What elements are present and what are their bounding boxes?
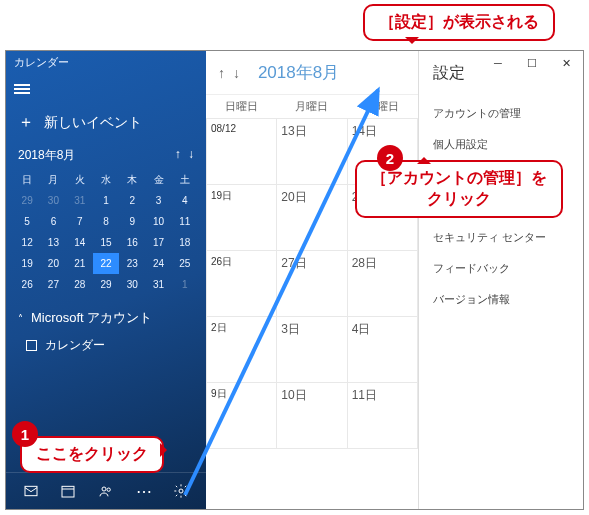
svg-point-4	[179, 489, 183, 493]
prev-period[interactable]: ↑	[218, 65, 225, 81]
settings-item-4[interactable]: セキュリティ センター	[433, 222, 569, 253]
mini-day-cell[interactable]: 20	[40, 253, 66, 274]
main-day-cell[interactable]: 10日	[277, 383, 347, 449]
step-badge-2: 2	[377, 145, 403, 171]
minimize-button[interactable]: ─	[481, 51, 515, 75]
new-event-button[interactable]: ＋ 新しいイベント	[6, 104, 206, 141]
main-day-cell[interactable]: 3日	[277, 317, 347, 383]
mini-day-cell[interactable]: 29	[93, 274, 119, 295]
mini-day-cell[interactable]: 6	[40, 211, 66, 232]
mini-day-cell[interactable]: 8	[93, 211, 119, 232]
svg-point-3	[107, 488, 110, 491]
mini-day-cell[interactable]: 16	[119, 232, 145, 253]
settings-pane: 設定 アカウントの管理個人用設定新機能ヘルプセキュリティ センターフィードバック…	[418, 51, 583, 509]
main-day-cell[interactable]: 11日	[347, 383, 417, 449]
mini-day-cell[interactable]: 27	[40, 274, 66, 295]
mini-next-month[interactable]: ↓	[188, 147, 194, 161]
mini-dow-cell: 金	[145, 170, 171, 190]
settings-item-1[interactable]: 個人用設定	[433, 129, 569, 160]
plus-icon: ＋	[18, 112, 34, 133]
main-day-cell[interactable]: 19日	[207, 185, 277, 251]
mail-icon[interactable]	[21, 481, 41, 501]
mini-day-cell[interactable]: 31	[67, 190, 93, 211]
mini-day-cell[interactable]: 25	[172, 253, 198, 274]
mini-day-cell[interactable]: 22	[93, 253, 119, 274]
mini-dow-cell: 木	[119, 170, 145, 190]
chevron-up-icon: ˄	[18, 313, 23, 324]
main-day-cell[interactable]: 28日	[347, 251, 417, 317]
mini-day-cell[interactable]: 3	[145, 190, 171, 211]
people-icon[interactable]	[96, 481, 116, 501]
main-day-cell[interactable]: 08/12	[207, 119, 277, 185]
mini-prev-month[interactable]: ↑	[175, 147, 181, 161]
mini-dow-cell: 火	[67, 170, 93, 190]
mini-day-cell[interactable]: 26	[14, 274, 40, 295]
mini-day-cell[interactable]: 10	[145, 211, 171, 232]
accounts-label: Microsoft アカウント	[31, 309, 152, 327]
hamburger-icon[interactable]	[14, 82, 30, 94]
mini-day-cell[interactable]: 1	[172, 274, 198, 295]
next-period[interactable]: ↓	[233, 65, 240, 81]
settings-gear-icon[interactable]	[171, 481, 191, 501]
mini-dow-cell: 土	[172, 170, 198, 190]
window-controls: ─ ☐ ✕	[481, 51, 583, 75]
checkbox-icon	[26, 340, 37, 351]
mini-dow-cell: 月	[40, 170, 66, 190]
mini-day-cell[interactable]: 11	[172, 211, 198, 232]
mini-day-cell[interactable]: 30	[40, 190, 66, 211]
main-day-cell[interactable]: 13日	[277, 119, 347, 185]
step-badge-1: 1	[12, 421, 38, 447]
mini-day-cell[interactable]: 19	[14, 253, 40, 274]
main-month-title: 2018年8月	[258, 61, 339, 84]
main-day-cell[interactable]: 20日	[277, 185, 347, 251]
main-calendar: ↑ ↓ 2018年8月 日曜日月曜日火曜日 08/1213日14日19日20日2…	[206, 51, 418, 509]
mini-day-cell[interactable]: 2	[119, 190, 145, 211]
mini-day-cell[interactable]: 23	[119, 253, 145, 274]
mini-day-cell[interactable]: 14	[67, 232, 93, 253]
callout-settings-shown: ［設定］が表示される	[363, 4, 555, 41]
maximize-button[interactable]: ☐	[515, 51, 549, 75]
mini-day-cell[interactable]: 29	[14, 190, 40, 211]
callout-click-here: ここをクリック	[20, 436, 164, 473]
mini-day-cell[interactable]: 4	[172, 190, 198, 211]
main-day-cell[interactable]: 26日	[207, 251, 277, 317]
mini-dow-cell: 日	[14, 170, 40, 190]
svg-rect-1	[62, 486, 74, 497]
main-day-cell[interactable]: 27日	[277, 251, 347, 317]
mini-day-cell[interactable]: 1	[93, 190, 119, 211]
settings-item-6[interactable]: バージョン情報	[433, 284, 569, 315]
mini-day-cell[interactable]: 9	[119, 211, 145, 232]
close-button[interactable]: ✕	[549, 51, 583, 75]
mini-day-cell[interactable]: 15	[93, 232, 119, 253]
app-title: カレンダー	[6, 51, 206, 74]
mini-day-cell[interactable]: 28	[67, 274, 93, 295]
mini-day-cell[interactable]: 31	[145, 274, 171, 295]
mini-day-cell[interactable]: 30	[119, 274, 145, 295]
mini-month-label: 2018年8月	[18, 147, 75, 164]
main-day-cell[interactable]: 9日	[207, 383, 277, 449]
calendar-checkbox-row[interactable]: カレンダー	[6, 333, 206, 358]
more-icon[interactable]: ⋯	[134, 481, 154, 501]
main-dow-cell: 月曜日	[277, 95, 347, 119]
mini-day-cell[interactable]: 17	[145, 232, 171, 253]
new-event-label: 新しいイベント	[44, 114, 142, 132]
calendar-icon[interactable]	[58, 481, 78, 501]
svg-rect-0	[25, 486, 37, 495]
mini-day-cell[interactable]: 18	[172, 232, 198, 253]
calendar-item-label: カレンダー	[45, 337, 105, 354]
mini-day-cell[interactable]: 13	[40, 232, 66, 253]
main-day-cell[interactable]: 2日	[207, 317, 277, 383]
accounts-header[interactable]: ˄ Microsoft アカウント	[6, 303, 206, 333]
settings-item-5[interactable]: フィードバック	[433, 253, 569, 284]
main-dow-cell: 火曜日	[347, 95, 417, 119]
main-dow-cell: 日曜日	[207, 95, 277, 119]
bottom-toolbar: ⋯	[6, 472, 206, 509]
main-day-cell[interactable]: 4日	[347, 317, 417, 383]
mini-day-cell[interactable]: 7	[67, 211, 93, 232]
settings-item-0[interactable]: アカウントの管理	[433, 98, 569, 129]
mini-day-cell[interactable]: 5	[14, 211, 40, 232]
mini-day-cell[interactable]: 24	[145, 253, 171, 274]
mini-day-cell[interactable]: 12	[14, 232, 40, 253]
mini-day-cell[interactable]: 21	[67, 253, 93, 274]
svg-point-2	[102, 487, 106, 491]
